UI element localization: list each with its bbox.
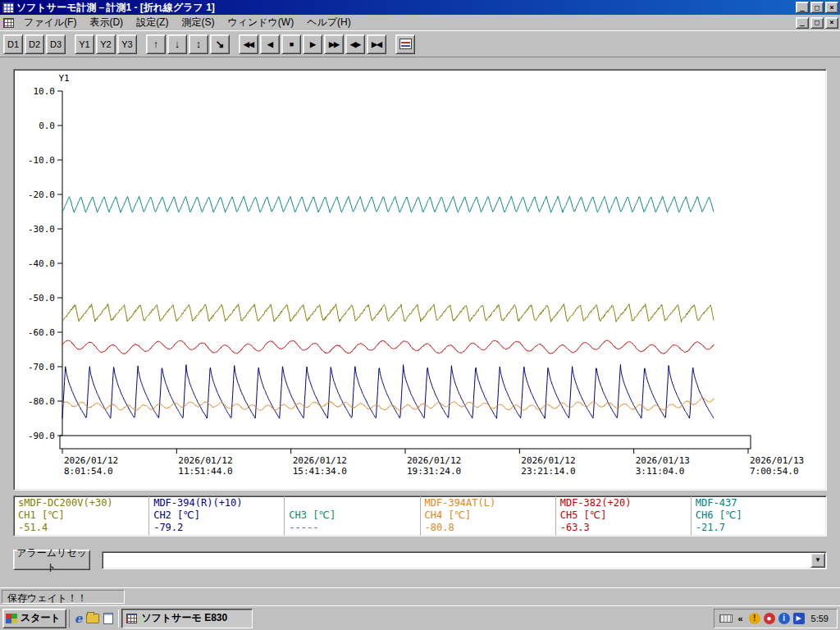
channel-sensor-name: MDF-437: [696, 497, 822, 509]
menu-settings[interactable]: 設定(Z): [130, 14, 175, 32]
taskbar-clock: 5:59: [808, 614, 832, 623]
svg-text:2026/01/12: 2026/01/12: [407, 455, 461, 466]
status-bar: 保存ウェイト！！: [0, 587, 840, 605]
svg-text:2026/01/12: 2026/01/12: [178, 455, 232, 466]
y1-axis-button[interactable]: Y1: [75, 34, 94, 54]
channel-unit-label: CH1 [℃]: [18, 509, 144, 522]
task-label: ソフトサーモ E830: [141, 611, 227, 625]
svg-text:-10.0: -10.0: [28, 155, 55, 166]
channel-unit-label: CH3 [℃]: [289, 509, 415, 522]
alarm-controls-row: アラームリセット ▼: [13, 550, 827, 570]
channel-value: -63.3: [560, 522, 687, 534]
menu-view[interactable]: 表示(D): [83, 14, 130, 32]
y2-axis-button[interactable]: Y2: [96, 34, 116, 54]
alarm-combo-value[interactable]: [103, 552, 810, 568]
channel-sensor-name: sMDF-DC200V(+30): [18, 497, 144, 509]
minimize-button[interactable]: _: [796, 2, 809, 13]
menu-window[interactable]: ウィンドウ(W): [221, 14, 300, 32]
warning-tray-icon[interactable]: !: [749, 613, 760, 624]
quick-launch-bar: e: [69, 609, 120, 628]
svg-text:2026/01/12: 2026/01/12: [293, 455, 347, 466]
alarm-combobox[interactable]: ▼: [102, 551, 827, 569]
svg-text:-40.0: -40.0: [28, 258, 55, 269]
alert-tray-icon[interactable]: ●: [764, 613, 775, 624]
mdi-close-button[interactable]: ×: [825, 17, 838, 29]
start-button[interactable]: スタート: [2, 609, 66, 628]
folder-icon[interactable]: [86, 614, 99, 623]
graph-window-client: 10.00.0-10.0-20.0-30.0-40.0-50.0-60.0-70…: [0, 57, 840, 587]
legend-channel-5: MDF-382(+20) CH5 [℃] -63.3: [556, 496, 692, 536]
svg-text:19:31:24.0: 19:31:24.0: [407, 466, 461, 477]
scroll-down-button[interactable]: ↓: [167, 34, 187, 54]
legend-channel-3: CH3 [℃] -----: [285, 496, 420, 536]
menu-bar: ファイル(F) 表示(D) 設定(Z) 測定(S) ウィンドウ(W) ヘルプ(H…: [0, 15, 840, 30]
menu-measure[interactable]: 測定(S): [175, 14, 221, 32]
svg-text:-90.0: -90.0: [28, 431, 55, 441]
internet-explorer-icon[interactable]: e: [75, 611, 83, 626]
menu-help[interactable]: ヘルプ(H): [300, 14, 358, 32]
step-forward-button[interactable]: ▶: [303, 34, 322, 54]
legend-panel-button[interactable]: [395, 34, 415, 54]
channel-unit-label: CH2 [℃]: [153, 509, 280, 522]
svg-text:-50.0: -50.0: [28, 293, 55, 304]
mdi-minimize-button[interactable]: _: [796, 17, 809, 29]
document-icon[interactable]: [103, 613, 113, 624]
svg-text:-20.0: -20.0: [28, 189, 55, 200]
svg-text:7:00:54.0: 7:00:54.0: [750, 466, 799, 477]
fit-zoom-button[interactable]: ↘: [210, 34, 230, 54]
windows-logo-icon: [6, 614, 17, 623]
info-tray-icon[interactable]: i: [778, 613, 790, 624]
svg-text:-30.0: -30.0: [28, 224, 55, 235]
channel-sensor-name: MDF-382(+20): [560, 497, 687, 509]
channel-value: -51.4: [18, 522, 144, 534]
stop-button[interactable]: ■: [281, 34, 301, 54]
window-title: ソフトサーモ計測－計測1 - [折れ線グラフ 1]: [16, 1, 796, 15]
taskbar-task-button[interactable]: ソフトサーモ E830: [121, 609, 253, 628]
tray-collapse-chevron[interactable]: «: [736, 614, 746, 623]
channel-unit-label: CH5 [℃]: [560, 509, 687, 522]
desktop: ソフトサーモ計測－計測1 - [折れ線グラフ 1] _ □ × ファイル(F) …: [0, 0, 840, 630]
system-tray: « ! ● i ▶ 5:59: [714, 609, 838, 628]
step-back-button[interactable]: ◀: [260, 34, 280, 54]
app-icon: [2, 2, 14, 13]
svg-text:2026/01/13: 2026/01/13: [750, 455, 804, 466]
scroll-up-button[interactable]: ↑: [146, 34, 166, 54]
svg-text:-60.0: -60.0: [28, 327, 55, 338]
close-button[interactable]: ×: [825, 2, 838, 13]
channel-unit-label: CH6 [℃]: [696, 509, 822, 522]
svg-text:-80.0: -80.0: [28, 396, 55, 407]
channel-value: -21.7: [696, 522, 822, 534]
svg-text:2026/01/12: 2026/01/12: [521, 455, 575, 466]
language-bar-icon[interactable]: ▶: [793, 613, 805, 624]
d1-button[interactable]: D1: [3, 34, 23, 54]
alarm-reset-button[interactable]: アラームリセット: [13, 550, 90, 570]
chevron-down-icon[interactable]: ▼: [810, 553, 825, 568]
legend-channel-6: MDF-437 CH6 [℃] -21.7: [692, 496, 826, 536]
svg-text:10.0: 10.0: [34, 86, 56, 97]
y3-axis-button[interactable]: Y3: [117, 34, 137, 54]
svg-text:Y1: Y1: [58, 73, 69, 84]
keyboard-icon[interactable]: [719, 614, 733, 623]
channel-value: -----: [289, 522, 415, 534]
menu-file[interactable]: ファイル(F): [17, 14, 83, 32]
channel-value: -80.8: [425, 522, 551, 534]
d3-button[interactable]: D3: [46, 34, 66, 54]
maximize-button[interactable]: □: [810, 2, 824, 13]
expand-range-button[interactable]: ◀▶: [345, 34, 365, 54]
app-icon: [126, 614, 137, 623]
legend-channel-1: sMDF-DC200V(+30) CH1 [℃] -51.4: [14, 496, 149, 536]
mdi-restore-button[interactable]: □: [810, 17, 824, 29]
svg-text:11:51:44.0: 11:51:44.0: [178, 466, 232, 477]
legend-channel-4: MDF-394AT(L) CH4 [℃] -80.8: [421, 496, 556, 536]
d2-button[interactable]: D2: [25, 34, 44, 54]
mdi-child-icon[interactable]: [3, 18, 14, 28]
svg-text:8:01:54.0: 8:01:54.0: [64, 466, 113, 477]
taskbar: スタート e ソフトサーモ E830 « ! ● i ▶ 5:59: [0, 605, 840, 630]
forward-fast-button[interactable]: ▶▶: [324, 34, 344, 54]
line-graph-icon: [399, 39, 412, 49]
rewind-fast-button[interactable]: ◀◀: [239, 34, 258, 54]
compress-range-button[interactable]: ▶◀: [367, 34, 386, 54]
channel-sensor-name: MDF-394AT(L): [425, 497, 551, 509]
svg-text:3:11:04.0: 3:11:04.0: [636, 466, 685, 477]
fit-vertical-button[interactable]: ↕: [189, 34, 208, 54]
